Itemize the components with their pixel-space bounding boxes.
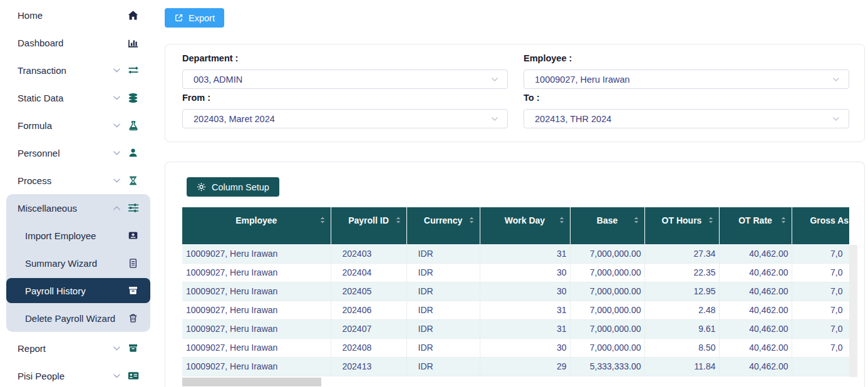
trash-icon [127, 313, 139, 323]
sliders-icon [127, 203, 139, 213]
employee-select[interactable]: 10009027, Heru Irawan [524, 70, 849, 89]
sidebar-item-formula[interactable]: Formula [0, 111, 157, 139]
flask-icon [127, 120, 139, 131]
sidebar-item-delete-payroll-wizard[interactable]: Delete Payroll Wizard [6, 304, 150, 332]
table-row[interactable]: 10009027, Heru Irawan202405IDR307,000,00… [182, 282, 849, 301]
document-icon [127, 258, 139, 269]
column-header-ot-hours[interactable]: OT Hours [644, 207, 719, 244]
filter-column-right: Employee : 10009027, Heru Irawan To : 20… [524, 44, 849, 143]
chevron-down-icon [113, 178, 120, 183]
table-header-row: Employee Payroll ID Currency Work Day Ba… [182, 207, 849, 244]
to-label: To : [524, 93, 540, 103]
sidebar-item-import-employee[interactable]: Import Employee [6, 222, 150, 249]
sort-icon[interactable] [707, 216, 715, 226]
home-icon [127, 10, 139, 21]
sort-icon[interactable] [633, 216, 640, 226]
sidebar-item-summary-wizard[interactable]: Summary Wizard [6, 249, 150, 277]
chevron-down-icon [113, 151, 120, 155]
sidebar-item-label: Personnel [18, 148, 113, 158]
export-button[interactable]: Export [165, 8, 224, 28]
sidebar-item-label: Pisi People [18, 371, 113, 381]
table-row[interactable]: 10009027, Heru Irawan202408IDR307,000,00… [182, 338, 849, 357]
sort-icon[interactable] [558, 216, 566, 226]
payroll-table: Employee Payroll ID Currency Work Day Ba… [182, 207, 849, 376]
department-value: 003, ADMIN [194, 75, 242, 85]
hourglass-icon [127, 175, 139, 186]
to-value: 202413, THR 2024 [535, 114, 611, 124]
transfer-arrows-icon [127, 65, 139, 75]
employee-value: 10009027, Heru Irawan [535, 75, 630, 85]
column-header-employee[interactable]: Employee [182, 207, 331, 244]
payroll-table-viewport: Employee Payroll ID Currency Work Day Ba… [182, 207, 849, 378]
sort-icon[interactable] [395, 216, 402, 226]
column-header-payroll-id[interactable]: Payroll ID [331, 207, 406, 244]
chevron-down-icon [113, 123, 120, 128]
id-card-icon [127, 371, 139, 381]
sidebar-item-miscellaneous[interactable]: Miscellaneous [6, 194, 150, 222]
column-header-work-day[interactable]: Work Day [480, 207, 570, 244]
from-label: From : [182, 93, 210, 103]
vertical-scrollbar[interactable] [849, 245, 857, 377]
to-select[interactable]: 202413, THR 2024 [524, 109, 849, 128]
sidebar-item-report[interactable]: Report [0, 334, 157, 362]
table-row[interactable]: 10009027, Heru Irawan202407IDR317,000,00… [182, 319, 849, 338]
sidebar-item-label: Import Employee [25, 230, 127, 241]
sidebar-item-payroll-history[interactable]: Payroll History [6, 278, 150, 303]
chevron-down-icon [832, 116, 840, 121]
archive-icon [127, 286, 139, 296]
horizontal-scrollbar-thumb[interactable] [182, 378, 321, 386]
table-row[interactable]: 10009027, Heru Irawan202404IDR307,000,00… [182, 263, 849, 282]
sidebar-group-miscellaneous: Miscellaneous Import Employee Summary Wi… [6, 194, 150, 332]
filter-column-left: Department : 003, ADMIN From : 202403, M… [182, 44, 508, 143]
sort-icon[interactable] [780, 216, 787, 226]
department-label: Department : [182, 53, 238, 63]
employee-label: Employee : [524, 53, 572, 63]
column-header-currency[interactable]: Currency [406, 207, 480, 244]
sidebar-item-dashboard[interactable]: Dashboard [0, 29, 157, 56]
sort-icon[interactable] [319, 216, 326, 226]
sidebar-item-label: Process [18, 175, 113, 186]
chevron-down-icon [113, 374, 120, 378]
sidebar: Home Dashboard Transaction Static Data F… [0, 0, 157, 387]
import-icon [127, 230, 139, 240]
from-value: 202403, Maret 2024 [194, 114, 275, 124]
sidebar-item-label: Dashboard [18, 38, 127, 48]
sidebar-item-label: Home [18, 10, 127, 21]
table-row[interactable]: 10009027, Heru Irawan202413IDR295,333,33… [182, 357, 849, 376]
sidebar-item-personnel[interactable]: Personnel [0, 139, 157, 167]
payroll-history-panel: Column Setup Employee Payroll ID Currenc… [165, 162, 865, 387]
sidebar-item-label: Payroll History [25, 286, 127, 296]
sidebar-item-label: Summary Wizard [25, 258, 127, 269]
chevron-down-icon [491, 77, 499, 82]
chevron-down-icon [113, 346, 120, 351]
export-button-label: Export [189, 13, 215, 23]
sidebar-item-label: Formula [18, 120, 113, 131]
sidebar-item-transaction[interactable]: Transaction [0, 56, 157, 84]
from-select[interactable]: 202403, Maret 2024 [182, 109, 508, 128]
column-header-gross[interactable]: Gross As [792, 207, 849, 244]
table-row[interactable]: 10009027, Heru Irawan202406IDR317,000,00… [182, 301, 849, 319]
table-row[interactable]: 10009027, Heru Irawan202403IDR317,000,00… [182, 244, 849, 263]
sort-icon[interactable] [468, 216, 475, 226]
export-icon [174, 13, 183, 23]
report-archive-icon [127, 343, 139, 353]
chevron-up-icon [113, 206, 120, 210]
sidebar-item-label: Miscellaneous [18, 203, 113, 214]
sidebar-item-pisi-people[interactable]: Pisi People [0, 362, 157, 387]
database-icon [127, 93, 139, 103]
sidebar-item-static-data[interactable]: Static Data [0, 84, 157, 111]
chevron-down-icon [113, 68, 120, 73]
column-header-ot-rate[interactable]: OT Rate [719, 207, 792, 244]
department-select[interactable]: 003, ADMIN [182, 70, 508, 89]
bar-chart-icon [127, 38, 139, 48]
sidebar-item-label: Static Data [18, 93, 113, 103]
sidebar-item-process[interactable]: Process [0, 167, 157, 194]
column-header-base[interactable]: Base [570, 207, 644, 244]
chevron-down-icon [832, 77, 840, 82]
chevron-down-icon [113, 96, 120, 100]
column-setup-label: Column Setup [212, 182, 269, 192]
column-setup-button[interactable]: Column Setup [187, 177, 279, 197]
gear-icon [197, 182, 206, 192]
sidebar-item-label: Report [18, 343, 113, 354]
sidebar-item-home[interactable]: Home [0, 1, 157, 29]
